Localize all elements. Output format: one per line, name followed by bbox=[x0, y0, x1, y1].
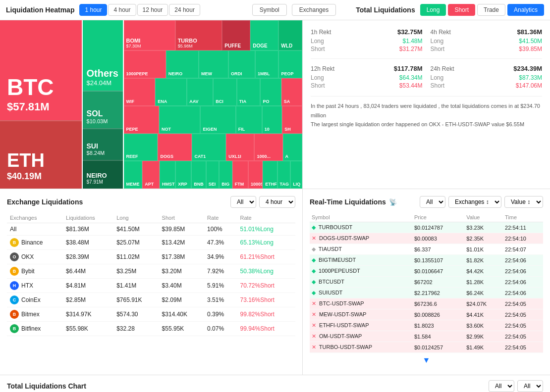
rt-cell-value: $3.60K bbox=[464, 320, 503, 331]
hm-cell-uxl1[interactable]: UXL1I bbox=[226, 134, 254, 161]
hm-cell-wif[interactable]: WIF bbox=[124, 78, 156, 106]
trade-button[interactable]: Trade bbox=[477, 4, 505, 16]
hm-cell-tia[interactable]: TIA bbox=[237, 78, 261, 106]
symbol-button[interactable]: Symbol bbox=[252, 4, 287, 16]
hm-cell-bci[interactable]: BCI bbox=[213, 78, 237, 106]
long-button[interactable]: Long bbox=[420, 4, 446, 16]
rt-cell-symbol: ◆ TURBOUSDT bbox=[310, 222, 412, 233]
cell-long: $41.50M bbox=[113, 223, 159, 236]
hm-cell-neiro2[interactable]: NEIRO bbox=[166, 50, 199, 78]
hm-cell-sa[interactable]: SA bbox=[281, 78, 302, 106]
hm-cell-1000pepe[interactable]: 1000PEPE bbox=[124, 50, 166, 78]
okx-icon: O bbox=[10, 252, 19, 261]
short-button[interactable]: Short bbox=[448, 4, 475, 16]
eth-value: $40.19M bbox=[7, 171, 75, 182]
scroll-down-hint[interactable]: ▼ bbox=[310, 353, 543, 368]
hm-cell-bomi[interactable]: BOMI $7.30M bbox=[124, 20, 175, 50]
hm-cell-xrp[interactable]: XRP bbox=[175, 161, 191, 189]
hm-cell-hmst[interactable]: HMST bbox=[160, 161, 175, 189]
hm-cell-1mbl[interactable]: 1MBL bbox=[255, 50, 279, 78]
hm-cell-fil[interactable]: FIL bbox=[236, 106, 262, 134]
cell-short: $3.40M bbox=[159, 279, 204, 293]
btc-cell[interactable]: BTC $57.81M bbox=[0, 20, 82, 120]
cell-long: $32.28 bbox=[113, 322, 159, 336]
rt-cell-value: $3.23K bbox=[464, 222, 503, 233]
rt-cell-value: $24.07K bbox=[464, 298, 503, 309]
hm-cell-ena[interactable]: ENA bbox=[155, 78, 187, 106]
cell-rate2: 50.38%Long bbox=[237, 264, 296, 279]
time-btn-12h[interactable]: 12 hour bbox=[137, 4, 168, 16]
others-cell[interactable]: Others $24.04M bbox=[83, 20, 123, 91]
cell-rate1: 34.9% bbox=[204, 250, 237, 264]
time-btn-1h[interactable]: 1 hour bbox=[79, 4, 107, 16]
rt-cell-price: $0.1355107 bbox=[412, 255, 464, 266]
hm-cell-reef[interactable]: REEF bbox=[124, 134, 158, 161]
hm-cell-mew[interactable]: MEW bbox=[199, 50, 228, 78]
table-row: B Bitfinex $55.98K $32.28 $55.95K 0.07% … bbox=[7, 322, 295, 336]
exchange-name: B Bitmex bbox=[10, 310, 60, 319]
rt-cell-price: $0.0124787 bbox=[412, 222, 464, 233]
list-item: ✕ BTC-USDT-SWAP $67236.6 $24.07K 22:54:0… bbox=[310, 298, 543, 309]
hm-cell-10[interactable]: 10 bbox=[262, 106, 282, 134]
hm-cell-sei[interactable]: SEI bbox=[206, 161, 220, 189]
list-item: ◆ TIAUSDT $6.337 $1.01K 22:54:07 bbox=[310, 244, 543, 255]
hm-cell-tag[interactable]: TAG bbox=[277, 161, 291, 189]
hm-cell-pepe[interactable]: PEPE bbox=[124, 106, 159, 134]
neiro-name: NEIRO bbox=[87, 172, 119, 179]
rt-filter-all[interactable]: All bbox=[420, 196, 445, 208]
sui-cell[interactable]: SUI $8.24M bbox=[83, 128, 123, 160]
hm-cell-turbo[interactable]: TURBO $5.98M bbox=[175, 20, 222, 50]
hm-cell-aav[interactable]: AAV bbox=[187, 78, 213, 106]
hm-cell-a[interactable]: A bbox=[283, 134, 302, 161]
rt-filter-value[interactable]: Value ↕ bbox=[504, 196, 543, 208]
type-icon: ◆ bbox=[312, 268, 316, 274]
exchange-name: O OKX bbox=[10, 252, 60, 261]
hm-cell-ethf[interactable]: ETHF bbox=[263, 161, 277, 189]
cell-liquidations: $55.98K bbox=[63, 322, 113, 336]
hm-cell-doge[interactable]: DOGE bbox=[250, 20, 278, 50]
hm-cell-sh[interactable]: SH bbox=[282, 106, 302, 134]
hm-cell-dogs[interactable]: DOGS bbox=[158, 134, 192, 161]
analytics-button[interactable]: Analytics bbox=[507, 4, 544, 16]
hm-cell-ftm[interactable]: FTM bbox=[232, 161, 248, 189]
sol-cell[interactable]: SOL $10.03M bbox=[83, 91, 123, 128]
cell-short: $314.40K bbox=[159, 307, 204, 322]
hm-cell-1000s[interactable]: 1000S bbox=[248, 161, 263, 189]
hm-cell-ordi[interactable]: ORDI bbox=[228, 50, 255, 78]
hm-cell-cat1[interactable]: CAT1 bbox=[192, 134, 226, 161]
hm-cell-eigen[interactable]: EIGEN bbox=[200, 106, 235, 134]
exchanges-button[interactable]: Exchanges bbox=[292, 4, 336, 16]
hm-cell-apt[interactable]: APT bbox=[142, 161, 160, 189]
hm-cell-meme[interactable]: MEME bbox=[124, 161, 143, 189]
hm-cell-big[interactable]: BIG bbox=[219, 161, 232, 189]
hm-cell-puffe[interactable]: PUFFE bbox=[222, 20, 250, 50]
exchange-filter-all[interactable]: All bbox=[230, 196, 256, 208]
rt-filter-exchanges[interactable]: Exchanges ↕ bbox=[448, 196, 501, 208]
exchange-name: B Bitfinex bbox=[10, 324, 60, 333]
rt-cell-value: $6.24K bbox=[464, 288, 503, 298]
hm-cell-liq[interactable]: LIQ bbox=[290, 161, 302, 189]
hm-cell-1000[interactable]: 1000... bbox=[254, 134, 282, 161]
liq-12h-title: 12h Rekt bbox=[311, 65, 334, 72]
footer-filter-all1[interactable]: All bbox=[489, 380, 514, 392]
cell-rate2: 70.72%Short bbox=[237, 279, 296, 293]
footer-filter-all2[interactable]: All bbox=[517, 380, 543, 392]
exchange-filter-time[interactable]: 4 hour bbox=[259, 196, 295, 208]
rt-cell-value: $2.35K bbox=[464, 233, 503, 244]
time-btn-24h[interactable]: 24 hour bbox=[169, 4, 200, 16]
liq-1h-title: 1h Rekt bbox=[311, 29, 331, 36]
hm-cell-wld[interactable]: WLD bbox=[278, 20, 302, 50]
hm-cell-bnb[interactable]: BNB bbox=[191, 161, 206, 189]
hm-cell-not[interactable]: NOT bbox=[159, 106, 201, 134]
rt-cell-value: $1.49K bbox=[464, 342, 503, 353]
realtime-controls: All Exchanges ↕ Value ↕ bbox=[420, 196, 543, 208]
time-btn-4h[interactable]: 4 hour bbox=[108, 4, 136, 16]
eth-symbol: ETH bbox=[7, 150, 75, 171]
liq-24h-title: 24h Rekt bbox=[431, 65, 454, 72]
liq-12h-long-val: $64.34M bbox=[399, 74, 423, 81]
neiro-cell[interactable]: NEIRO $7.91M bbox=[83, 160, 123, 189]
eth-cell[interactable]: ETH $40.19M bbox=[0, 120, 82, 189]
hm-cell-po[interactable]: PO bbox=[260, 78, 281, 106]
type-icon: ✕ bbox=[312, 344, 316, 350]
hm-cell-peop[interactable]: PEOP bbox=[278, 50, 302, 78]
